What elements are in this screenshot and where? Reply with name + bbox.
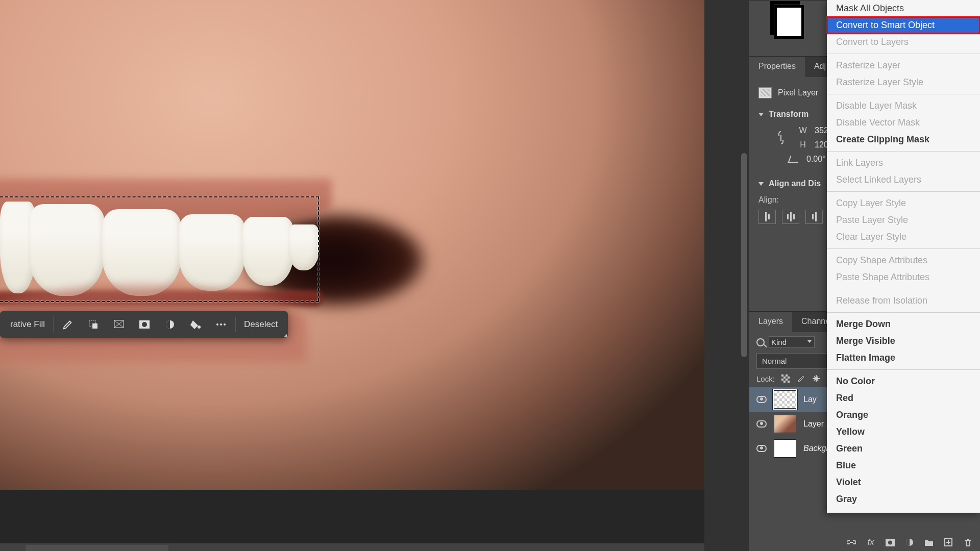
menu-item-flatten-image[interactable]: Flatten Image [827,349,980,366]
menu-item-no-color[interactable]: No Color [827,373,980,390]
tab-layers[interactable]: Layers [749,312,792,332]
document-image[interactable] [0,0,704,490]
menu-item-rasterize-layer: Rasterize Layer [827,57,980,74]
tab-properties[interactable]: Properties [749,57,805,77]
height-label: H [795,140,811,149]
menu-item-disable-layer-mask: Disable Layer Mask [827,97,980,114]
layer-type-label: Pixel Layer [778,88,818,97]
trash-icon[interactable] [963,538,973,547]
generative-fill-button[interactable]: rative Fill [5,319,50,330]
lock-pixels-icon[interactable] [796,374,805,383]
svg-rect-1 [92,323,97,329]
menu-item-gray[interactable]: Gray [827,491,980,508]
transform-selection-icon[interactable] [108,314,130,335]
layer-thumbnail[interactable] [774,439,796,458]
menu-item-release-from-isolation: Release from Isolation [827,292,980,309]
menu-item-copy-layer-style: Copy Layer Style [827,195,980,212]
selection-marquee [0,301,319,302]
menu-item-link-layers: Link Layers [827,155,980,171]
deselect-button[interactable]: Deselect [239,319,283,330]
angle-icon [788,156,800,163]
panel-scrollbar[interactable] [741,153,747,357]
angle-value[interactable]: 0.00° [806,155,826,164]
canvas-pad [0,490,704,551]
align-center-button[interactable] [782,210,799,224]
layers-footer: fx [846,538,973,547]
menu-item-create-clipping-mask[interactable]: Create Clipping Mask [827,131,980,148]
menu-item-green[interactable]: Green [827,440,980,457]
svg-point-9 [224,323,226,325]
menu-item-clear-layer-style: Clear Layer Style [827,229,980,245]
menu-item-violet[interactable]: Violet [827,474,980,491]
svg-point-6 [198,325,201,329]
svg-point-8 [220,323,222,325]
foreground-swatch[interactable] [774,5,804,39]
chevron-down-icon [758,182,764,186]
lock-position-icon[interactable] [812,374,821,383]
canvas-area[interactable] [0,0,704,490]
mask-icon[interactable] [133,314,156,335]
link-dimensions-icon[interactable] [771,131,791,145]
blend-mode-select[interactable]: Normal [756,353,828,369]
subtract-selection-icon[interactable] [82,314,105,335]
menu-item-convert-to-smart-object[interactable]: Convert to Smart Object [827,17,980,34]
link-layers-icon[interactable] [846,538,856,547]
menu-item-select-linked-layers: Select Linked Layers [827,171,980,188]
document-tab[interactable] [26,545,168,551]
visibility-eye-icon[interactable] [756,420,767,428]
svg-rect-10 [781,374,790,383]
layer-fx-icon[interactable]: fx [866,538,876,547]
menu-item-rasterize-layer-style: Rasterize Layer Style [827,74,980,91]
menu-item-convert-to-layers: Convert to Layers [827,34,980,51]
lock-label: Lock: [756,374,775,383]
menu-item-mask-all-objects[interactable]: Mask All Objects [827,0,980,17]
adjustment-layer-icon[interactable] [904,538,915,547]
contextual-task-bar: rative Fill Deselect [0,311,288,338]
layer-thumbnail[interactable] [774,415,796,433]
brush-select-icon[interactable] [57,314,79,335]
width-label: W [795,126,811,135]
new-layer-icon[interactable] [943,538,953,547]
menu-item-orange[interactable]: Orange [827,407,980,423]
svg-point-15 [888,540,892,544]
selection-marquee [318,196,319,301]
filter-kind-select[interactable]: Kind [769,336,815,348]
menu-item-blue[interactable]: Blue [827,457,980,474]
menu-item-yellow[interactable]: Yellow [827,423,980,440]
svg-point-4 [142,322,147,327]
layer-thumbnail[interactable] [774,390,796,409]
group-icon[interactable] [924,538,934,547]
selection-marquee [0,196,319,197]
menu-item-paste-shape-attributes: Paste Shape Attributes [827,269,980,286]
menu-item-disable-vector-mask: Disable Vector Mask [827,114,980,131]
visibility-eye-icon[interactable] [756,396,767,403]
chevron-down-icon [758,113,764,116]
invert-icon[interactable] [159,314,181,335]
menu-item-copy-shape-attributes: Copy Shape Attributes [827,252,980,269]
search-icon [756,338,765,346]
menu-item-merge-down[interactable]: Merge Down [827,316,980,333]
align-left-button[interactable] [758,210,776,224]
menu-item-merge-visible[interactable]: Merge Visible [827,333,980,349]
layer-context-menu: Mask All ObjectsConvert to Smart ObjectC… [827,0,980,513]
align-right-button[interactable] [805,210,823,224]
menu-item-paste-layer-style: Paste Layer Style [827,212,980,229]
pixel-layer-icon [758,87,772,98]
add-mask-icon[interactable] [885,538,895,547]
menu-item-red[interactable]: Red [827,390,980,407]
svg-point-7 [216,323,218,325]
fill-icon[interactable] [184,314,207,335]
more-options-icon[interactable] [210,314,232,335]
visibility-eye-icon[interactable] [756,445,767,452]
lock-transparency-icon[interactable] [781,374,790,383]
